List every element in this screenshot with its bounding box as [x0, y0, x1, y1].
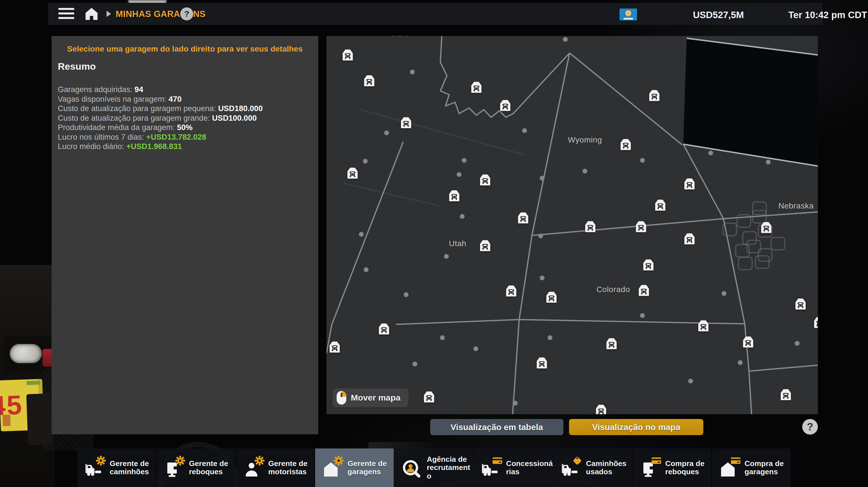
- toolbar-item-label: Agência de recrutament o: [427, 455, 470, 481]
- toolbar-item-label: Compra de garagens: [744, 459, 783, 476]
- garage-marker[interactable]: [499, 99, 512, 112]
- city-dot: [363, 159, 368, 164]
- truck-tag-icon: [560, 454, 582, 481]
- garage-marker[interactable]: [813, 316, 818, 329]
- garage-marker[interactable]: [594, 403, 608, 414]
- city-dot: [688, 379, 693, 384]
- garage-marker[interactable]: [619, 138, 632, 151]
- garage-marker[interactable]: [779, 388, 793, 401]
- home-icon[interactable]: [84, 6, 99, 22]
- garage-marker[interactable]: [642, 258, 655, 271]
- state-label-idaho: Idaho: [389, 36, 409, 38]
- garage-marker[interactable]: [683, 232, 696, 245]
- garage-marker[interactable]: [328, 340, 341, 354]
- garage-marker[interactable]: [683, 177, 696, 190]
- summary-rows: Garagens adquiridas: 94Vagas disponíveis…: [58, 85, 313, 151]
- garage-marker[interactable]: [363, 74, 376, 87]
- toolbar-item-recruitment-agency[interactable]: Agência de recrutament o: [395, 449, 473, 487]
- garage-marker[interactable]: [794, 297, 807, 311]
- city-dot: [364, 267, 369, 272]
- garage-marker[interactable]: [517, 211, 530, 224]
- map-markers: IdahoWyomingUtahColoradoNebraska: [327, 36, 818, 414]
- garage-marker[interactable]: [584, 220, 597, 233]
- truck-card-icon: [480, 454, 502, 481]
- toolbar-item-driver-manager[interactable]: Gerente de motoristas: [236, 449, 315, 487]
- move-map-chip[interactable]: Mover mapa: [333, 388, 408, 407]
- city-ring: [755, 255, 770, 269]
- trailer-card-icon: [639, 454, 661, 481]
- city-ring: [738, 257, 753, 270]
- summary-row: Garagens adquiridas: 94: [58, 85, 313, 94]
- toolbar-item-label: Gerente de caminhões: [110, 459, 149, 476]
- garage-marker[interactable]: [478, 173, 492, 187]
- city-dot: [522, 128, 527, 133]
- garage-marker[interactable]: [448, 189, 461, 202]
- toolbar-item-label: Compra de reboques: [665, 459, 704, 476]
- city-dot: [722, 291, 726, 296]
- move-map-label: Mover mapa: [351, 393, 400, 402]
- garage-marker[interactable]: [346, 166, 359, 180]
- garage-marker[interactable]: [478, 239, 492, 252]
- plate-sticker: [26, 381, 39, 385]
- garage-marker[interactable]: [634, 220, 648, 233]
- city-dot: [538, 234, 543, 238]
- garage-marker[interactable]: [341, 48, 354, 62]
- garage-marker[interactable]: [377, 322, 391, 335]
- city-dot: [410, 70, 415, 74]
- city-ring: [771, 237, 785, 251]
- state-label-colorado: Colorado: [596, 285, 630, 294]
- toolbar-item-used-trucks[interactable]: Caminhões usados: [554, 449, 632, 487]
- help-button[interactable]: ?: [802, 419, 818, 434]
- toolbar-item-truck-manager[interactable]: Gerente de caminhões: [78, 449, 156, 487]
- breadcrumb-help-button[interactable]: ?: [180, 7, 193, 21]
- city-dot: [513, 401, 518, 406]
- recruitment-search-icon: [401, 454, 423, 481]
- trailer-gear-icon: [163, 454, 185, 481]
- toolbar-item-dealerships[interactable]: Concessioná rias: [474, 449, 553, 487]
- toolbar-item-label: Gerente de reboques: [189, 459, 228, 476]
- garage-marker[interactable]: [697, 319, 710, 332]
- garage-marker[interactable]: [423, 390, 436, 403]
- city-dot: [709, 151, 713, 156]
- truck-gear-icon: [84, 454, 106, 481]
- garage-marker[interactable]: [742, 335, 755, 349]
- city-dot: [462, 158, 467, 163]
- garage-marker[interactable]: [605, 337, 618, 350]
- garage-marker[interactable]: [760, 221, 773, 234]
- state-flag-icon: [619, 8, 637, 21]
- bottom-toolbar: Gerente de caminhõesGerente de reboquesG…: [78, 449, 790, 487]
- summary-row: Vagas disponíveis na garagem: 470: [58, 94, 313, 104]
- toolbar-item-label: Gerente de motoristas: [268, 459, 307, 476]
- menu-icon[interactable]: [58, 8, 74, 20]
- garage-marker[interactable]: [400, 116, 413, 129]
- city-dot: [766, 160, 771, 165]
- screen: 45 MINHAS GARAGENS ? USD527,5M Ter 10:42…: [0, 0, 868, 487]
- city-dot: [540, 176, 545, 181]
- plate-marks: [3, 414, 28, 426]
- map-panel[interactable]: IdahoWyomingUtahColoradoNebraska Mover m…: [327, 36, 818, 414]
- toolbar-item-garage-purchase[interactable]: Compra de garagens: [712, 449, 790, 487]
- scene-plate-holder: [26, 393, 53, 445]
- garage-marker[interactable]: [654, 198, 667, 212]
- city-dot: [548, 335, 553, 340]
- top-bar: MINHAS GARAGENS ? USD527,5M Ter 10:42 pm…: [48, 3, 823, 25]
- city-dot: [473, 347, 478, 351]
- state-label-wyoming: Wyoming: [568, 135, 602, 144]
- map-view-button[interactable]: Visualização no mapa: [569, 419, 703, 435]
- person-gear-icon: [242, 454, 265, 481]
- table-view-button[interactable]: Visualização em tabela: [430, 419, 563, 435]
- select-garage-hint: Selecione uma garagem do lado direito pa…: [52, 44, 318, 54]
- toolbar-item-trailer-purchase[interactable]: Compra de reboques: [633, 449, 711, 487]
- garage-marker[interactable]: [505, 284, 518, 297]
- garage-marker[interactable]: [470, 80, 483, 94]
- garage-marker[interactable]: [637, 284, 651, 297]
- garage-marker[interactable]: [648, 89, 661, 102]
- toolbar-item-trailer-manager[interactable]: Gerente de reboques: [157, 449, 235, 487]
- garage-marker[interactable]: [545, 290, 558, 304]
- toolbar-item-label: Gerente de garagens: [347, 459, 386, 476]
- toolbar-item-garage-manager[interactable]: Gerente de garagens: [315, 449, 394, 487]
- summary-panel: Selecione uma garagem do lado direito pa…: [52, 36, 318, 434]
- summary-title: Resumo: [58, 61, 96, 72]
- garage-marker[interactable]: [535, 356, 549, 369]
- state-label-utah: Utah: [449, 239, 466, 248]
